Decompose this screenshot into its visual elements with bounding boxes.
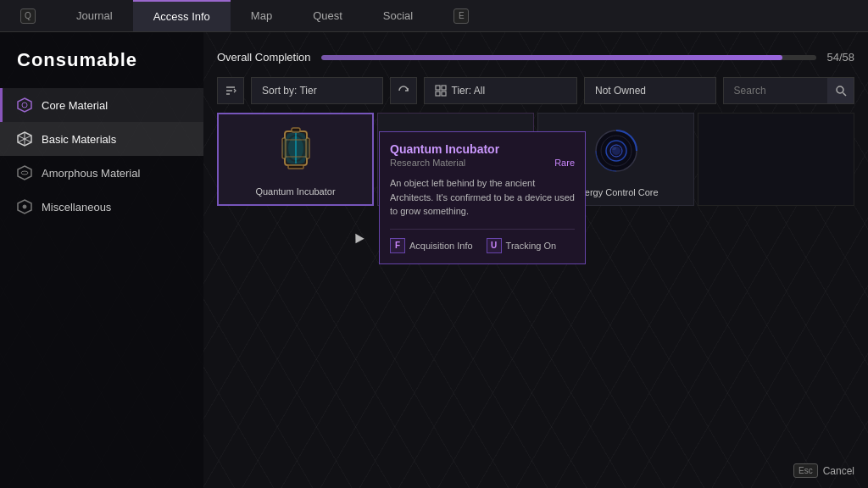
tooltip-action-acquisition[interactable]: F Acquisition Info bbox=[390, 238, 473, 253]
tracking-key: U bbox=[487, 238, 502, 253]
svg-point-1 bbox=[22, 103, 27, 108]
tier-filter-button[interactable]: Tier: All bbox=[424, 77, 577, 104]
q-key-badge: Q bbox=[20, 8, 36, 24]
sort-button[interactable]: Sort by: Tier bbox=[251, 77, 383, 104]
svg-point-7 bbox=[21, 171, 28, 175]
item-empty bbox=[698, 113, 854, 206]
energy-control-core-name: Energy Control Core bbox=[573, 186, 658, 198]
nav-e-key[interactable]: E bbox=[433, 0, 489, 31]
tooltip-rarity: Rare bbox=[554, 158, 575, 168]
quantum-incubator-art bbox=[225, 121, 365, 180]
basic-materials-icon bbox=[16, 130, 33, 147]
completion-row: Overall Completion 54/58 bbox=[217, 46, 854, 69]
amorphous-material-label: Amorphous Material bbox=[42, 167, 140, 180]
svg-rect-16 bbox=[442, 92, 446, 96]
svg-marker-6 bbox=[18, 166, 31, 180]
nav-map[interactable]: Map bbox=[231, 0, 292, 31]
owned-label: Not Owned bbox=[595, 85, 646, 97]
svg-line-18 bbox=[843, 93, 846, 97]
search-container bbox=[723, 77, 854, 104]
sort-label: Sort by: Tier bbox=[262, 85, 317, 97]
tier-label: Tier: All bbox=[452, 85, 486, 97]
sidebar-item-miscellaneous[interactable]: Miscellaneous bbox=[0, 190, 203, 224]
quantum-incubator-name: Quantum Incubator bbox=[255, 186, 335, 197]
sort-icon-button[interactable] bbox=[217, 77, 244, 104]
esc-cancel-button[interactable]: Esc Cancel bbox=[793, 463, 854, 478]
svg-point-9 bbox=[23, 205, 26, 208]
progress-bar-background bbox=[321, 55, 817, 60]
filter-row: Sort by: Tier Tier: All Not Owned bbox=[217, 77, 854, 104]
nav-access-info[interactable]: Access Info bbox=[133, 0, 231, 31]
access-info-label: Access Info bbox=[153, 10, 210, 23]
sidebar-item-amorphous-material[interactable]: Amorphous Material bbox=[0, 156, 203, 190]
map-label: Map bbox=[251, 9, 272, 22]
basic-materials-label: Basic Materials bbox=[42, 133, 116, 146]
tooltip-actions: F Acquisition Info U Tracking On bbox=[390, 229, 575, 253]
progress-bar-fill bbox=[321, 55, 782, 60]
tooltip-title: Quantum Incubator bbox=[390, 142, 575, 156]
amorphous-material-icon bbox=[16, 164, 33, 181]
owned-filter-button[interactable]: Not Owned bbox=[584, 77, 716, 104]
acquisition-label: Acquisition Info bbox=[409, 241, 473, 251]
e-key-badge: E bbox=[453, 8, 469, 24]
svg-rect-25 bbox=[288, 165, 303, 169]
sidebar-title: Consumable bbox=[0, 49, 203, 88]
navigation-bar: Q Journal Access Info Map Quest Social E bbox=[0, 0, 868, 32]
sidebar-item-core-material[interactable]: Core Material bbox=[0, 88, 203, 122]
miscellaneous-label: Miscellaneous bbox=[42, 201, 111, 214]
cancel-label: Cancel bbox=[823, 465, 854, 477]
svg-rect-14 bbox=[442, 86, 446, 90]
nav-journal[interactable]: Journal bbox=[56, 0, 133, 31]
svg-point-40 bbox=[611, 147, 616, 150]
nav-quest[interactable]: Quest bbox=[292, 0, 363, 31]
svg-rect-13 bbox=[436, 86, 440, 90]
tooltip-subtitle: Research Material bbox=[390, 158, 465, 168]
social-label: Social bbox=[383, 9, 413, 22]
nav-q-key[interactable]: Q bbox=[0, 0, 56, 31]
tooltip-description: An object left behind by the ancient Arc… bbox=[390, 176, 575, 219]
core-material-icon bbox=[16, 97, 33, 114]
sidebar-item-basic-materials[interactable]: Basic Materials bbox=[0, 122, 203, 156]
completion-label: Overall Completion bbox=[217, 51, 311, 64]
esc-key-badge: Esc bbox=[793, 463, 818, 478]
nav-social[interactable]: Social bbox=[363, 0, 433, 31]
search-button[interactable] bbox=[827, 77, 854, 104]
acquisition-key: F bbox=[390, 238, 405, 253]
journal-label: Journal bbox=[76, 9, 113, 22]
core-material-label: Core Material bbox=[42, 99, 108, 112]
tracking-label: Tracking On bbox=[506, 241, 557, 251]
refresh-button[interactable] bbox=[390, 77, 417, 104]
item-tooltip: Quantum Incubator Research Material Rare… bbox=[379, 131, 586, 264]
svg-point-17 bbox=[837, 86, 843, 93]
quest-label: Quest bbox=[313, 9, 342, 22]
completion-count: 54/58 bbox=[826, 51, 854, 64]
tooltip-action-tracking[interactable]: U Tracking On bbox=[487, 238, 557, 253]
miscellaneous-icon bbox=[16, 198, 33, 215]
svg-rect-15 bbox=[436, 92, 440, 96]
sidebar: Consumable Core Material Basic Materials bbox=[0, 32, 203, 488]
item-quantum-incubator[interactable]: Quantum Incubator bbox=[217, 113, 374, 206]
svg-marker-0 bbox=[18, 98, 31, 112]
tooltip-subtitle-row: Research Material Rare bbox=[390, 158, 575, 168]
